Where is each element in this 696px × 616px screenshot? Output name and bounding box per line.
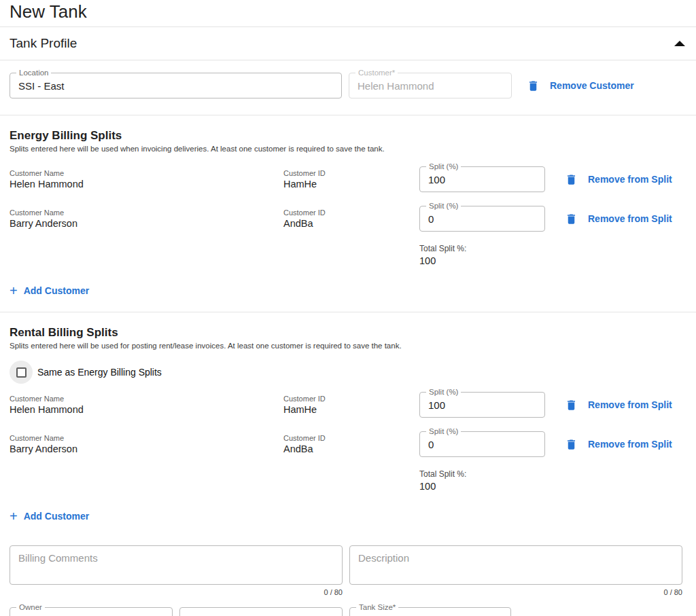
energy-splits-heading: Energy Billing Splits (10, 129, 686, 143)
customer-field: Customer* (349, 73, 512, 98)
total-split-value: 100 (419, 255, 686, 266)
row-action: Remove from Split (565, 399, 686, 412)
billing-comments-input[interactable] (10, 546, 342, 584)
customer-id-label: Customer ID (283, 169, 419, 177)
customer-name-value: Barry Anderson (10, 443, 283, 454)
customer-name-cell: Customer Name Barry Anderson (10, 434, 283, 454)
customer-id-cell: Customer ID AndBa (283, 434, 419, 454)
rental-splits-subtitle: Splits entered here will be used for pos… (10, 342, 686, 350)
customer-id-cell: Customer ID HamHe (283, 395, 419, 415)
remove-from-split-button[interactable]: Remove from Split (588, 439, 672, 450)
trash-icon[interactable] (565, 399, 578, 412)
total-split: Total Split %: 100 (419, 469, 686, 492)
customer-id-label: Customer ID (283, 434, 419, 442)
trash-icon[interactable] (527, 79, 540, 92)
serial-number-field (179, 607, 343, 616)
page-title: New Tank (0, 0, 696, 26)
plus-icon: + (10, 284, 18, 297)
comments-row: 0 / 80 0 / 80 (0, 545, 696, 596)
location-label: Location (16, 68, 51, 77)
row-action: Remove from Split (565, 438, 686, 451)
plus-icon: + (10, 509, 18, 523)
rental-billing-splits-section: Rental Billing Splits Splits entered her… (0, 312, 696, 537)
split-field: Split (%) (419, 392, 545, 418)
same-as-energy-label: Same as Energy Billing Splits (37, 367, 162, 378)
customer-id-value: AndBa (283, 218, 419, 229)
description-field (349, 545, 682, 585)
energy-billing-splits-section: Energy Billing Splits Splits entered her… (0, 115, 696, 312)
remove-from-split-button[interactable]: Remove from Split (588, 399, 672, 410)
split-row: Customer Name Barry Anderson Customer ID… (10, 206, 686, 232)
total-split-label: Total Split %: (419, 469, 686, 479)
split-field: Split (%) (419, 206, 545, 232)
customer-name-value: Helen Hammond (10, 179, 283, 189)
customer-name-cell: Customer Name Helen Hammond (10, 395, 283, 415)
customer-name-label: Customer Name (10, 395, 283, 403)
trash-icon[interactable] (565, 438, 578, 451)
customer-id-label: Customer ID (283, 209, 419, 217)
customer-name-label: Customer Name (10, 434, 283, 442)
description-input[interactable] (350, 546, 682, 584)
checkbox-icon (16, 367, 27, 378)
description-counter: 0 / 80 (349, 588, 682, 596)
location-field: Location (10, 73, 342, 98)
billing-comments-field (10, 545, 343, 585)
bottom-row: Owner ✕ Tank Size* (0, 607, 696, 616)
trash-icon[interactable] (565, 213, 578, 225)
energy-splits-subtitle: Splits entered here will be used when in… (10, 145, 686, 153)
customer-id-cell: Customer ID HamHe (283, 169, 419, 189)
customer-id-value: AndBa (283, 443, 419, 454)
owner-label: Owner (16, 602, 45, 612)
add-customer-label: Add Customer (24, 511, 89, 522)
same-as-energy-row: Same as Energy Billing Splits (10, 361, 686, 384)
owner-field: Owner ✕ (10, 607, 173, 616)
collapse-section-icon[interactable] (674, 41, 685, 46)
split-label: Split (%) (426, 162, 461, 171)
customer-id-value: HamHe (283, 404, 419, 415)
split-field: Split (%) (419, 166, 545, 192)
row-action: Remove from Split (565, 213, 686, 225)
customer-name-label: Customer Name (10, 169, 283, 177)
tank-size-label: Tank Size* (356, 602, 398, 612)
description-col: 0 / 80 (349, 545, 682, 596)
tank-size-field: Tank Size* (349, 607, 511, 616)
customer-name-cell: Customer Name Helen Hammond (10, 169, 283, 189)
customer-name-cell: Customer Name Barry Anderson (10, 209, 283, 229)
remove-from-split-button[interactable]: Remove from Split (588, 174, 672, 185)
customer-id-value: HamHe (283, 179, 419, 189)
split-label: Split (%) (426, 387, 461, 397)
tank-profile-heading: Tank Profile (10, 36, 77, 51)
serial-number-input[interactable] (180, 608, 342, 616)
customer-name-label: Customer Name (10, 209, 283, 217)
add-customer-button[interactable]: + Add Customer (10, 509, 89, 523)
billing-comments-counter: 0 / 80 (10, 588, 343, 596)
add-customer-button[interactable]: + Add Customer (10, 284, 89, 297)
customer-id-label: Customer ID (283, 395, 419, 403)
same-as-energy-checkbox[interactable] (10, 361, 33, 384)
customer-name-value: Barry Anderson (10, 218, 283, 229)
tank-profile-header: Tank Profile (0, 27, 696, 60)
trash-icon[interactable] (565, 173, 578, 186)
total-split-label: Total Split %: (419, 244, 686, 253)
clear-icon[interactable]: ✕ (150, 614, 172, 616)
split-label: Split (%) (426, 427, 461, 436)
split-field: Split (%) (419, 431, 545, 457)
rental-splits-heading: Rental Billing Splits (10, 326, 686, 340)
customer-id-cell: Customer ID AndBa (283, 209, 419, 229)
customer-label: Customer* (355, 68, 398, 77)
remove-customer-button[interactable]: Remove Customer (550, 80, 634, 91)
remove-customer-group: Remove Customer (527, 79, 634, 92)
split-label: Split (%) (426, 201, 461, 211)
location-input[interactable] (10, 73, 341, 98)
remove-from-split-button[interactable]: Remove from Split (588, 213, 672, 224)
total-split-value: 100 (419, 481, 686, 492)
split-row: Customer Name Helen Hammond Customer ID … (10, 166, 686, 192)
split-row: Customer Name Helen Hammond Customer ID … (10, 392, 686, 418)
tank-profile-fields: Location Customer* Remove Customer (0, 60, 696, 115)
split-row: Customer Name Barry Anderson Customer ID… (10, 431, 686, 457)
customer-name-value: Helen Hammond (10, 404, 283, 415)
add-customer-label: Add Customer (24, 285, 89, 296)
row-action: Remove from Split (565, 173, 686, 186)
billing-comments-col: 0 / 80 (10, 545, 343, 596)
total-split: Total Split %: 100 (419, 244, 686, 266)
